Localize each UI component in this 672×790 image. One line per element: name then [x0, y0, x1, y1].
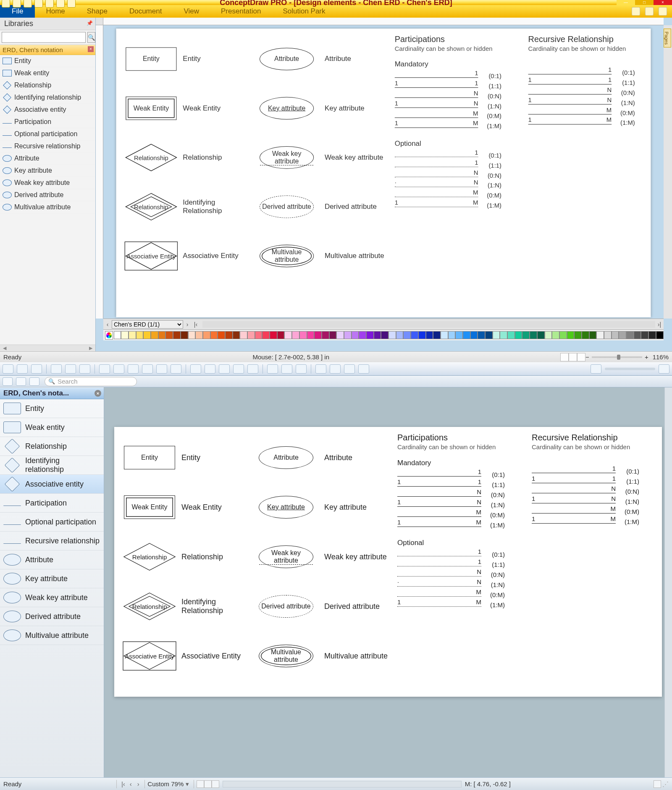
library-item[interactable]: Recursive relationship	[0, 532, 104, 550]
zoom-in-button[interactable]: +	[645, 353, 648, 361]
color-swatch[interactable]	[426, 331, 433, 339]
drawing-page[interactable]: Entity Entity Attribute Attribute Weak E…	[114, 427, 662, 697]
color-swatch[interactable]	[218, 331, 225, 339]
tab-document[interactable]: Document	[118, 7, 173, 16]
zoom-in-icon[interactable]	[659, 364, 669, 374]
search-icon[interactable]: 🔍	[87, 32, 95, 43]
close-icon[interactable]: ×	[88, 46, 94, 52]
connector2-icon[interactable]	[113, 364, 124, 374]
color-swatch[interactable]	[411, 331, 418, 339]
sheet-select[interactable]: Chen's ERD (1/1)	[112, 320, 183, 329]
chart-icon[interactable]	[267, 364, 278, 374]
color-swatch[interactable]	[522, 331, 530, 339]
chevron-up-icon[interactable]	[659, 7, 667, 16]
close-icon[interactable]: ×	[94, 390, 101, 397]
color-swatch[interactable]	[374, 331, 381, 339]
lock-icon[interactable]	[79, 364, 90, 374]
color-swatch[interactable]	[181, 331, 188, 339]
library-item[interactable]: Key attribute	[0, 165, 95, 177]
color-swatch[interactable]	[478, 331, 485, 339]
color-picker-icon[interactable]	[105, 331, 113, 340]
library-item[interactable]: Derived attribute	[0, 607, 104, 626]
library-item[interactable]: Participation	[0, 494, 104, 513]
color-swatch[interactable]	[322, 331, 329, 339]
erd-shape[interactable]: Associative Entity	[122, 241, 180, 271]
color-swatch[interactable]	[299, 331, 307, 339]
erd-shape[interactable]: Weak Entity	[122, 97, 180, 120]
library-item[interactable]: Optional participation	[0, 128, 95, 140]
erd-shape[interactable]: Key attribute	[251, 97, 322, 120]
color-swatch[interactable]	[270, 331, 277, 339]
zoom-label[interactable]: Custom 79%	[147, 780, 184, 787]
zoom-slider[interactable]	[592, 356, 642, 358]
eyedrop-icon[interactable]	[358, 364, 369, 374]
color-swatch[interactable]	[247, 331, 255, 339]
color-swatch[interactable]	[596, 331, 604, 339]
color-swatch[interactable]	[233, 331, 240, 339]
color-swatch[interactable]	[403, 331, 411, 339]
zoom-out-icon[interactable]	[591, 364, 601, 374]
color-swatch[interactable]	[114, 331, 121, 339]
color-swatch[interactable]	[292, 331, 299, 339]
color-swatch[interactable]	[262, 331, 270, 339]
color-swatch[interactable]	[612, 331, 619, 339]
color-swatch[interactable]	[352, 331, 359, 339]
sheet-prev[interactable]: ‹	[103, 321, 112, 328]
zoom-icon[interactable]	[315, 364, 326, 374]
color-swatch[interactable]	[418, 331, 426, 339]
sheet-next[interactable]: ›	[134, 780, 142, 787]
library-item[interactable]: Entity	[0, 55, 95, 67]
color-swatch[interactable]	[158, 331, 166, 339]
curve-icon[interactable]	[219, 364, 230, 374]
tab-solution-park[interactable]: Solution Park	[272, 7, 336, 16]
color-swatch[interactable]	[359, 331, 366, 339]
libview2-icon[interactable]	[16, 377, 26, 386]
library-item[interactable]: Entity	[0, 399, 104, 418]
color-swatch[interactable]	[485, 331, 493, 339]
library-item[interactable]: Relationship	[0, 437, 104, 456]
zoom-slider[interactable]	[605, 368, 655, 370]
erd-shape[interactable]: Entity	[120, 446, 179, 469]
library-item[interactable]: Derived attribute	[0, 189, 95, 201]
color-swatch[interactable]	[455, 331, 463, 339]
layers-icon[interactable]	[296, 364, 307, 374]
line-icon[interactable]	[190, 364, 201, 374]
tab-home[interactable]: Home	[35, 7, 76, 16]
color-swatch[interactable]	[507, 331, 515, 339]
zoom-label[interactable]: 116%	[653, 353, 669, 361]
color-swatch[interactable]	[151, 331, 158, 339]
erd-shape[interactable]: Relationship	[122, 192, 180, 221]
distribute-icon[interactable]	[156, 364, 167, 374]
color-swatch[interactable]	[537, 331, 545, 339]
erd-shape[interactable]: Relationship	[122, 142, 180, 172]
color-swatch[interactable]	[574, 331, 582, 339]
library-item[interactable]: Optional participation	[0, 513, 104, 532]
library-item[interactable]: Recursive relationship	[0, 140, 95, 153]
color-swatch[interactable]	[188, 331, 196, 339]
erd-shape[interactable]: Entity	[122, 47, 180, 71]
color-swatch[interactable]	[589, 331, 597, 339]
color-swatch[interactable]	[143, 331, 151, 339]
view-mode3[interactable]	[212, 780, 219, 788]
libview3-icon[interactable]	[29, 377, 39, 386]
color-swatch[interactable]	[203, 331, 210, 339]
library-item[interactable]: Attribute	[0, 550, 104, 569]
libview1-icon[interactable]	[3, 377, 13, 386]
print-icon[interactable]	[344, 364, 355, 374]
color-swatch[interactable]	[619, 331, 626, 339]
color-swatch[interactable]	[530, 331, 537, 339]
color-swatch[interactable]	[567, 331, 575, 339]
search-input[interactable]: 🔍 Search	[45, 377, 137, 386]
color-swatch[interactable]	[448, 331, 456, 339]
color-swatch[interactable]	[604, 331, 612, 339]
library-item[interactable]: Key attribute	[0, 569, 104, 588]
color-swatch[interactable]	[626, 331, 634, 339]
canvas[interactable]: Entity Entity Attribute Attribute Weak E…	[103, 25, 664, 319]
color-swatch[interactable]	[173, 331, 181, 339]
pages-tab[interactable]: Pages	[664, 29, 671, 47]
view-mode1[interactable]	[197, 780, 204, 788]
library-item[interactable]: Associative entity	[0, 475, 104, 494]
color-swatch[interactable]	[470, 331, 478, 339]
color-swatch[interactable]	[314, 331, 322, 339]
erd-shape[interactable]: Key attribute	[250, 496, 322, 519]
